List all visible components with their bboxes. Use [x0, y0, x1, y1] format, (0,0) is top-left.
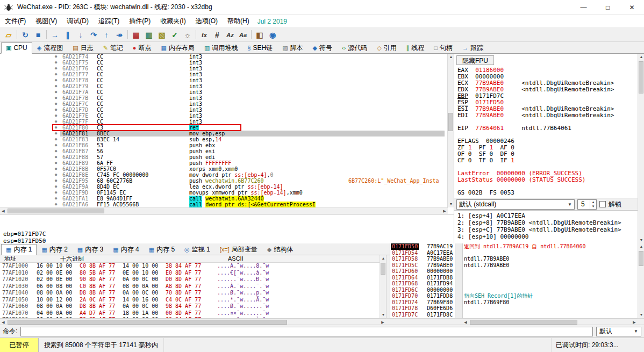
breakpoint-dot[interactable]: ● — [55, 77, 57, 83]
scroll-up-icon[interactable]: ▲ — [638, 243, 644, 250]
pause-icon[interactable]: ∥ — [61, 29, 74, 41]
menu-item[interactable]: 帮助(H) — [223, 15, 254, 27]
disasm-row[interactable]: ●6AD21F896A FFpush FFFFFFFF — [0, 160, 448, 166]
unlock-checkbox[interactable] — [599, 201, 606, 207]
disasm-row[interactable]: ●6AD21F8857push edi — [0, 154, 448, 160]
disasm-row[interactable]: ●6AD21F8383EC 14sub esp,14 — [0, 137, 448, 142]
disasm-row[interactable]: ●6AD21F78CCint3 — [0, 77, 448, 83]
breakpoint-dot[interactable]: ● — [55, 172, 57, 178]
breakpoint-dot[interactable]: ● — [55, 83, 57, 89]
close-button[interactable]: ✕ — [620, 0, 644, 15]
dump-row[interactable]: 77AF106008 00 0A 00D8 8B AF 770A 00 0C 0… — [0, 303, 380, 310]
menu-item[interactable]: 选项(O) — [191, 15, 223, 27]
disasm-row[interactable]: ●6AD21F80C3ret — [0, 125, 448, 131]
breakpoint-dot[interactable]: ● — [55, 178, 57, 184]
dump-row[interactable]: 77AF100016 00 10 00C0 8B AF 7714 00 10 0… — [0, 263, 380, 270]
disasm-row[interactable]: ●6AD21F76CCint3 — [0, 66, 448, 71]
argument-line[interactable]: 3: [esp+C] 77B9ABE0 <ntdll.DbgUiRemoteBr… — [457, 226, 634, 233]
tab-notes[interactable]: ✎笔记 — [98, 42, 128, 54]
menu-item[interactable]: 调试(D) — [62, 15, 94, 27]
argument-line[interactable]: 4: [esp+10] 00000000 — [457, 233, 634, 240]
tab-cpu[interactable]: ▣CPU — [1, 42, 32, 54]
breakpoint-dot[interactable]: ● — [55, 60, 57, 66]
scroll-thumb[interactable] — [448, 113, 453, 131]
dump-row[interactable]: 77AF101002 00 0E 0080 5B AF 770E 00 10 0… — [0, 270, 380, 277]
stack-row[interactable]: 0171FD5877B9ABE0ntdll.77B9ABE0 — [390, 256, 638, 262]
maximize-button[interactable]: □ — [596, 0, 620, 15]
command-profile-select[interactable]: 默认 ▼ — [596, 327, 641, 336]
breakpoint-dot[interactable]: ● — [55, 71, 57, 77]
hide-fpu-button[interactable]: 隐藏FPU — [456, 55, 494, 65]
tab-call-stack[interactable]: ▥调用堆栈 — [199, 42, 242, 54]
tab-dump-3[interactable]: ▦内存 3 — [73, 244, 108, 255]
breakpoint-dot[interactable]: ● — [55, 202, 57, 207]
tab-dump-4[interactable]: ▦内存 4 — [108, 244, 144, 255]
breakpoint-dot[interactable]: ● — [55, 166, 57, 172]
detach-icon[interactable]: ◧ — [253, 29, 266, 41]
scroll-down-icon[interactable]: ▼ — [638, 237, 644, 243]
dump-row[interactable]: 77AF104008 00 0A 00D8 8B AF 770A 00 0C 0… — [0, 290, 380, 297]
register-line[interactable]: GS 002B FS 0053 — [457, 190, 637, 196]
tab-source[interactable]: ‹›源代码 — [337, 42, 372, 54]
stack-row[interactable]: 0171FD640171FDB8 — [390, 275, 638, 281]
breakpoint-dot[interactable]: ● — [55, 196, 57, 202]
disasm-horizontal-scrollbar[interactable]: ◀ ▶ — [0, 207, 448, 214]
breakpoint-dot[interactable]: ● — [55, 137, 57, 142]
stack-row[interactable]: 0171FD5077B9AC19返回到 ntdll.77B9AC19 自 ntd… — [390, 243, 638, 250]
tab-dump-1[interactable]: ▦内存 1 — [1, 244, 37, 255]
tab-references[interactable]: ◇引用 — [372, 42, 401, 54]
fx-icon[interactable]: fx — [198, 29, 211, 41]
tab-handles[interactable]: □句柄 — [429, 42, 457, 54]
tab-symbols[interactable]: ◆符号 — [308, 42, 337, 54]
breakpoint-dot[interactable]: ● — [55, 54, 57, 60]
disasm-row[interactable]: ●6AD21F8EC745 FC 00000000mov dword ptr s… — [0, 172, 448, 178]
breakpoint-dot[interactable]: ● — [55, 89, 57, 95]
command-input[interactable] — [20, 327, 593, 336]
scroll-thumb[interactable] — [8, 320, 287, 325]
breakpoint-dot[interactable]: ● — [55, 160, 57, 166]
menu-item[interactable]: 收藏夹(I) — [155, 15, 190, 27]
minimize-button[interactable]: — — [571, 0, 596, 15]
disasm-vertical-scrollbar[interactable]: ▲ ▼ — [447, 54, 454, 207]
stack-row[interactable]: 0171FD54A0C17EEA — [390, 250, 638, 256]
disasm-row[interactable]: ●6AD21F8653push ebx — [0, 142, 448, 148]
step-into-icon[interactable]: ↓ — [74, 29, 87, 41]
tab-locals[interactable]: [x=]局部变量 — [215, 244, 262, 255]
stack-row[interactable]: 0171FD6C00000000 — [390, 287, 638, 293]
argument-line[interactable]: 1: [esp+4] A0C17EEA — [457, 212, 634, 219]
scroll-down-icon[interactable]: ▼ — [638, 312, 644, 318]
tab-watch-1[interactable]: ◎监视 1 — [180, 244, 215, 255]
disasm-row[interactable]: ●6AD21F8B0F57C0xorps xmm0,xmm0 — [0, 166, 448, 172]
memory-map-icon[interactable]: ▥ — [142, 29, 155, 41]
breakpoint-dot[interactable]: ● — [55, 113, 57, 119]
scroll-up-icon[interactable]: ▲ — [448, 54, 454, 60]
argument-line[interactable]: 2: [esp+8] 77B9ABE0 <ntdll.DbgUiRemoteBr… — [457, 219, 634, 226]
stack-vertical-scrollbar[interactable]: ▲ ▼ — [638, 243, 644, 318]
hash-icon[interactable]: # — [211, 29, 224, 41]
breakpoint-dot[interactable]: ● — [55, 184, 57, 190]
disasm-row[interactable]: ●6AD21FA6FF15 ACD5566Bcall dword ptr ds:… — [0, 202, 448, 207]
step-out-icon[interactable]: ↑ — [100, 29, 113, 41]
scroll-thumb[interactable] — [639, 61, 643, 94]
tab-graph[interactable]: ◈流程图 — [32, 42, 68, 54]
disasm-row[interactable]: ●6AD21F74CCint3 — [0, 54, 448, 60]
restart-icon[interactable]: ↻ — [19, 29, 32, 41]
open-file-icon[interactable]: ▱ — [2, 29, 15, 41]
disasm-row[interactable]: ●6AD21F818BECmov ebp,esp — [0, 131, 448, 137]
breakpoint-dot[interactable]: ● — [55, 107, 57, 113]
run-icon[interactable]: → — [48, 29, 61, 41]
dump-row[interactable]: 77AF102002 00 0E 0090 8D AF 770A 00 0C 0… — [0, 276, 380, 283]
disasm-row[interactable]: ●6AD21F8756push esi — [0, 148, 448, 154]
register-line[interactable]: LastStatus 00000000 (STATUS_SUCCESS) — [457, 177, 637, 183]
tab-log[interactable]: ▤日志 — [68, 42, 98, 54]
dump-vertical-scrollbar[interactable]: ▲ ▼ — [380, 255, 386, 318]
breakpoint-dot[interactable]: ● — [55, 154, 57, 160]
disasm-row[interactable]: ●6AD21F7ECCint3 — [0, 113, 448, 119]
font-icon[interactable]: Az — [224, 29, 237, 41]
stop-icon[interactable]: ■ — [32, 29, 45, 41]
tab-memory-map[interactable]: ▦内存布局 — [156, 42, 199, 54]
scroll-thumb[interactable] — [470, 320, 577, 325]
disasm-row[interactable]: ●6AD21F7DCCint3 — [0, 107, 448, 113]
breakpoint-dot[interactable]: ● — [55, 148, 57, 154]
stepper-arrows-icon[interactable]: ▲▼ — [590, 200, 596, 209]
